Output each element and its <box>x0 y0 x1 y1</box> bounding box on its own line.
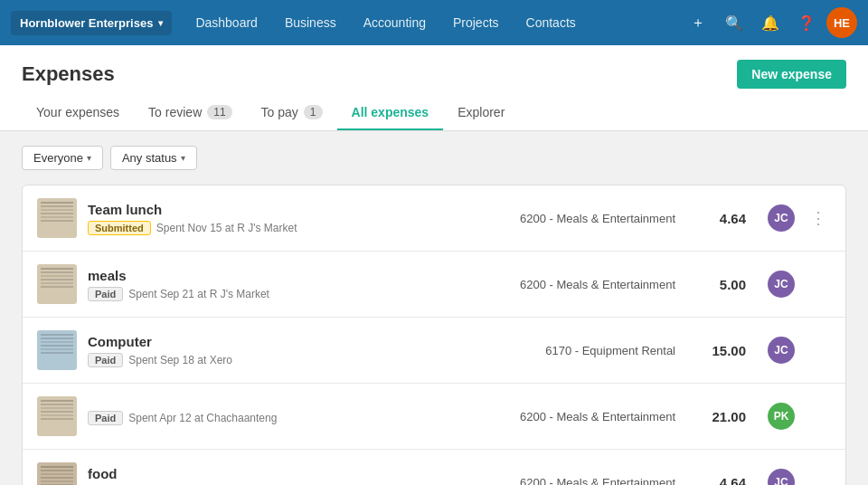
status-filter[interactable]: Any status ▾ <box>110 146 197 170</box>
to-review-badge: 11 <box>207 105 231 119</box>
page-title: Expenses <box>22 62 115 86</box>
expense-title: Team lunch <box>88 202 509 217</box>
person-filter[interactable]: Everyone ▾ <box>22 146 103 170</box>
user-avatar[interactable]: HE <box>826 7 857 38</box>
expense-category: 6200 - Meals & Entertainment <box>520 476 675 486</box>
expense-user-avatar: PK <box>768 403 795 430</box>
expense-status-badge: Paid <box>88 411 123 425</box>
expense-thumbnail <box>37 396 77 436</box>
search-icon[interactable]: 🔍 <box>718 6 750 39</box>
expense-thumbnail <box>37 330 77 370</box>
expense-date: Spent Sep 18 at Xero <box>128 354 232 366</box>
expense-amount: 21.00 <box>701 409 746 424</box>
expense-title: Computer <box>88 334 534 349</box>
expense-date: Spent Apr 12 at Chachaanteng <box>128 412 277 424</box>
new-expense-button[interactable]: New expense <box>737 60 846 89</box>
expense-info: Team lunch Submitted Spent Nov 15 at R J… <box>88 202 509 235</box>
expense-info: food Paid Spent Sep 18 at R J's Market <box>88 466 509 486</box>
person-filter-chevron-icon: ▾ <box>87 153 91 163</box>
expense-meta: Submitted Spent Nov 15 at R J's Market <box>88 221 509 235</box>
expense-title: food <box>88 466 509 481</box>
expense-info: Paid Spent Apr 12 at Chachaanteng <box>88 407 509 425</box>
expense-date: Spent Nov 15 at R J's Market <box>156 222 297 234</box>
expense-item[interactable]: meals Paid Spent Sep 21 at R J's Market … <box>23 252 845 318</box>
expense-tabs: Your expenses To review 11 To pay 1 All … <box>22 96 846 130</box>
top-navigation: Hornblower Enterprises ▾ Dashboard Busin… <box>0 0 868 45</box>
expense-date: Spent Sep 21 at R J's Market <box>128 288 269 300</box>
expense-category: 6200 - Meals & Entertainment <box>520 212 675 225</box>
expense-category: 6200 - Meals & Entertainment <box>520 410 675 423</box>
expense-more-menu[interactable]: ⋮ <box>806 205 831 231</box>
tab-explorer[interactable]: Explorer <box>443 96 519 130</box>
expense-list: Team lunch Submitted Spent Nov 15 at R J… <box>22 185 846 485</box>
tab-your-expenses[interactable]: Your expenses <box>22 96 134 130</box>
expense-info: Computer Paid Spent Sep 18 at Xero <box>88 334 534 367</box>
nav-business[interactable]: Business <box>272 8 349 37</box>
add-icon[interactable]: ＋ <box>682 6 714 39</box>
expense-thumbnail <box>37 198 77 238</box>
filters-bar: Everyone ▾ Any status ▾ <box>0 131 868 185</box>
expense-amount: 4.64 <box>701 211 746 226</box>
expense-list-container: Team lunch Submitted Spent Nov 15 at R J… <box>0 185 868 485</box>
expense-status-badge: Submitted <box>88 221 151 235</box>
expense-status-badge: Paid <box>88 353 123 367</box>
help-icon[interactable]: ❓ <box>790 6 823 39</box>
expense-status-badge: Paid <box>88 287 123 301</box>
tab-to-review[interactable]: To review 11 <box>134 96 247 130</box>
tab-all-expenses[interactable]: All expenses <box>337 96 444 130</box>
expense-amount: 15.00 <box>701 343 746 358</box>
brand-name: Hornblower Enterprises <box>20 16 153 30</box>
nav-contacts[interactable]: Contacts <box>514 8 589 37</box>
expense-user-avatar: JC <box>768 469 795 485</box>
brand-chevron-icon: ▾ <box>158 18 163 28</box>
brand-dropdown[interactable]: Hornblower Enterprises ▾ <box>11 11 172 35</box>
to-pay-badge: 1 <box>304 105 323 119</box>
expense-thumbnail <box>37 462 77 485</box>
expense-meta: Paid Spent Sep 21 at R J's Market <box>88 287 509 301</box>
nav-projects[interactable]: Projects <box>440 8 512 37</box>
expense-user-avatar: JC <box>768 337 795 364</box>
expense-item[interactable]: Computer Paid Spent Sep 18 at Xero 6170 … <box>23 318 845 384</box>
expense-meta: Paid Spent Apr 12 at Chachaanteng <box>88 411 509 425</box>
status-filter-label: Any status <box>122 151 177 165</box>
expense-thumbnail <box>37 264 77 304</box>
expense-user-avatar: JC <box>768 204 795 232</box>
expense-info: meals Paid Spent Sep 21 at R J's Market <box>88 268 509 301</box>
expense-meta: Paid Spent Sep 18 at Xero <box>88 353 534 367</box>
nav-dashboard[interactable]: Dashboard <box>183 8 270 37</box>
expense-item[interactable]: Team lunch Submitted Spent Nov 15 at R J… <box>23 185 845 252</box>
expense-category: 6170 - Equipment Rental <box>545 344 675 357</box>
nav-links: Dashboard Business Accounting Projects C… <box>183 8 588 37</box>
expense-category: 6200 - Meals & Entertainment <box>520 278 675 291</box>
expense-item[interactable]: Paid Spent Apr 12 at Chachaanteng 6200 -… <box>23 384 845 450</box>
person-filter-label: Everyone <box>33 151 83 165</box>
nav-accounting[interactable]: Accounting <box>351 8 439 37</box>
expense-amount: 5.00 <box>701 277 746 292</box>
tab-to-pay[interactable]: To pay 1 <box>247 96 337 130</box>
nav-actions: ＋ 🔍 🔔 ❓ HE <box>682 6 857 39</box>
expense-amount: 4.64 <box>701 475 746 486</box>
expense-item[interactable]: food Paid Spent Sep 18 at R J's Market 6… <box>23 450 845 485</box>
notifications-icon[interactable]: 🔔 <box>754 6 787 39</box>
expense-title: meals <box>88 268 509 283</box>
expense-user-avatar: JC <box>768 271 795 298</box>
page-header: Expenses New expense Your expenses To re… <box>0 45 868 131</box>
status-filter-chevron-icon: ▾ <box>181 153 185 163</box>
